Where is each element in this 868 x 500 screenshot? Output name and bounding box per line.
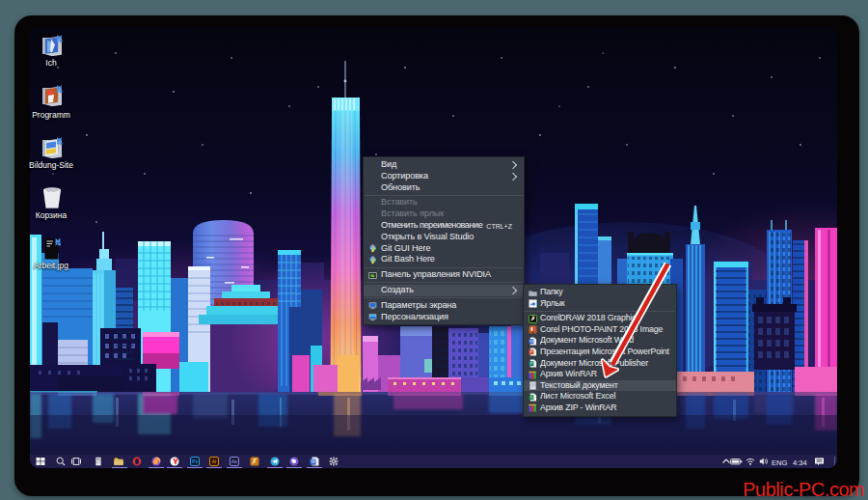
svg-text:P: P	[529, 361, 532, 366]
svg-text:P: P	[529, 350, 532, 355]
svg-text:W: W	[529, 339, 532, 344]
svg-text:X: X	[529, 395, 532, 400]
svg-text:W: W	[311, 459, 315, 464]
svg-text:Ae: Ae	[231, 458, 237, 464]
svg-text:Ps: Ps	[192, 458, 198, 464]
svg-text:Ai: Ai	[212, 458, 216, 464]
